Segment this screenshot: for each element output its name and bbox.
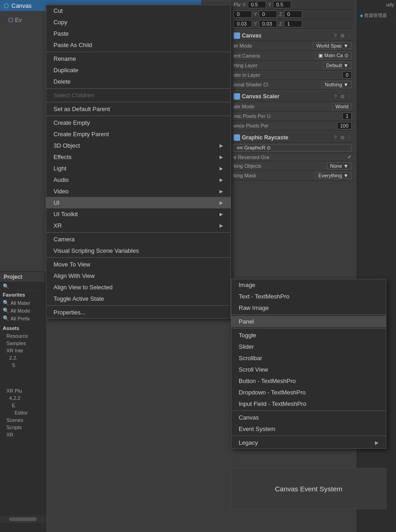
resources-item[interactable]: Resource <box>0 332 45 340</box>
canvas-scaler-help-icon[interactable]: ? <box>334 94 337 99</box>
menu-item-create-empty-parent[interactable]: Create Empty Parent <box>46 128 230 140</box>
sorting-layer-dropdown[interactable]: Default ▼ <box>323 62 352 69</box>
ref-pixels-value[interactable]: 100 <box>337 122 352 129</box>
canvas-help-icon[interactable]: ? <box>334 33 337 38</box>
samples-item[interactable]: Samples <box>0 340 45 347</box>
menu-item-effects[interactable]: Effects ▶ <box>46 151 230 163</box>
blocking-mask-label: king Mask <box>234 173 315 178</box>
editor-item[interactable]: Editor <box>0 409 45 416</box>
menu-item-move-to-view[interactable]: Move To View <box>46 259 230 270</box>
menu-item-align-with-view[interactable]: Align With View <box>46 270 230 282</box>
event-camera-value[interactable]: ▣ Main Ca ⊙ <box>315 52 352 59</box>
separator-7 <box>46 305 230 306</box>
menu-item-duplicate[interactable]: Duplicate <box>46 64 230 76</box>
pos-z-value[interactable]: 0 <box>284 11 302 18</box>
separator-3 <box>46 102 230 102</box>
piv-x-value[interactable]: 0.5 <box>248 1 266 8</box>
menu-item-ui[interactable]: UI ▶ <box>46 197 230 208</box>
menu-item-copy[interactable]: Copy <box>46 16 230 28</box>
menu-item-camera[interactable]: Camera <box>46 234 230 245</box>
pixels-per-unit-value[interactable]: 1 <box>342 112 352 120</box>
scrollbar-thumb[interactable] <box>9 517 37 521</box>
submenu-item-toggle[interactable]: Toggle <box>231 330 386 341</box>
submenu-item-raw-image[interactable]: Raw Image <box>231 302 386 314</box>
z-label-1: Z <box>279 11 282 17</box>
submenu-item-dropdown-textmeshpro[interactable]: Dropdown - TextMeshPro <box>231 387 386 398</box>
menu-item-visual-scripting[interactable]: Visual Scripting Scene Variables <box>46 245 230 256</box>
video-arrow-icon: ▶ <box>219 189 223 194</box>
canvas-scaler-more-icon[interactable]: ⋮ <box>347 94 352 100</box>
scripts-item[interactable]: Scripts <box>0 424 45 431</box>
search-small-icon: 🔍 <box>3 300 9 306</box>
all-models-item[interactable]: 🔍 All Mode <box>0 307 45 314</box>
shader-dropdown[interactable]: Nothing ▼ <box>321 81 352 88</box>
submenu-item-panel[interactable]: Panel <box>231 316 386 327</box>
menu-item-video[interactable]: Video ▶ <box>46 186 230 197</box>
blocking-objects-dropdown[interactable]: None ▼ <box>327 162 352 170</box>
raycaster-help-icon[interactable]: ? <box>334 135 337 140</box>
v422-item[interactable]: 4.2.2 <box>0 394 45 402</box>
menu-item-set-default-parent[interactable]: Set as Default Parent <box>46 103 230 115</box>
render-mode-dropdown[interactable]: World Spac ▼ <box>313 42 352 49</box>
submenu-item-event-system[interactable]: Event System <box>231 423 386 435</box>
submenu-separator-2 <box>231 328 386 329</box>
menu-item-delete[interactable]: Delete <box>46 76 230 87</box>
raycaster-more-icon[interactable]: ⋮ <box>347 135 352 141</box>
horizontal-scrollbar[interactable] <box>0 516 45 523</box>
pos-y-value[interactable]: 0 <box>259 11 277 18</box>
event-camera-label: ent Camera <box>234 53 315 59</box>
sorting-layer-label: rting Layer <box>234 63 323 68</box>
submenu-item-button-textmeshpro[interactable]: Button - TextMeshPro <box>231 375 386 387</box>
menu-item-paste-as-child[interactable]: Paste As Child <box>46 39 230 51</box>
all-prefabs-item[interactable]: 🔍 All Prefa <box>0 314 45 322</box>
menu-item-properties[interactable]: Properties... <box>46 307 230 318</box>
submenu-item-canvas[interactable]: Canvas <box>231 412 386 423</box>
menu-item-cut[interactable]: Cut <box>46 5 230 16</box>
scale-y-value[interactable]: 0.03 <box>259 20 277 27</box>
menu-item-align-view-to-selected[interactable]: Align View to Selected <box>46 282 230 293</box>
reversed-checkbox[interactable]: ✓ <box>348 154 352 160</box>
menu-item-paste[interactable]: Paste <box>46 28 230 39</box>
menu-item-toggle-active-state[interactable]: Toggle Active State <box>46 293 230 304</box>
right-sidebar-item-manager[interactable]: ◆ 资源管理器 <box>357 11 396 21</box>
canvas-scaler-settings-icon[interactable]: ⚙ <box>340 94 345 100</box>
menu-item-xr[interactable]: XR ▶ <box>46 220 230 231</box>
submenu-item-scroll-view[interactable]: Scroll View <box>231 364 386 375</box>
menu-item-audio[interactable]: Audio ▶ <box>46 174 230 186</box>
menu-item-rename[interactable]: Rename <box>46 53 230 64</box>
all-materials-item[interactable]: 🔍 All Mater <box>0 299 45 307</box>
submenu-item-image[interactable]: Image <box>231 279 386 291</box>
xr-item[interactable]: XR <box>0 431 45 438</box>
scale-z-value[interactable]: 1 <box>284 20 302 27</box>
s-item[interactable]: S <box>0 362 45 369</box>
project-panel-header: Project <box>0 272 45 282</box>
xr-plus-item[interactable]: XR Plu <box>0 387 45 394</box>
graphic-rf-value[interactable]: ≡≡ GraphicR ⊙ <box>234 144 352 152</box>
xr-int-item[interactable]: XR Inte <box>0 347 45 354</box>
order-in-layer-value[interactable]: 0 <box>342 71 352 79</box>
raycaster-settings-icon[interactable]: ⚙ <box>340 135 345 141</box>
y-label-1: Y <box>254 11 257 17</box>
menu-item-light[interactable]: Light ▶ <box>46 163 230 174</box>
scale-x-value[interactable]: 0.03 <box>234 20 252 27</box>
menu-item-3d-object[interactable]: 3D Object ▶ <box>46 140 230 151</box>
v222-item[interactable]: 2.2. <box>0 354 45 362</box>
submenu-item-text-mesh-pro[interactable]: Text - TextMeshPro <box>231 291 386 302</box>
piv-y-value[interactable]: 0.5 <box>273 1 291 8</box>
e-item[interactable]: E <box>0 402 45 409</box>
submenu-item-legacy[interactable]: Legacy ▶ <box>231 437 386 448</box>
submenu-separator-1 <box>231 314 386 315</box>
search-small-icon-3: 🔍 <box>3 315 9 321</box>
submenu-item-input-field-textmeshpro[interactable]: Input Field - TextMeshPro <box>231 398 386 410</box>
search-icon: 🔍 <box>3 283 9 289</box>
scenes-item[interactable]: Scenes <box>0 416 45 424</box>
pos-x-value[interactable]: 0 <box>234 11 252 18</box>
submenu-item-scrollbar[interactable]: Scrollbar <box>231 352 386 364</box>
blocking-mask-dropdown[interactable]: Everything ▼ <box>315 172 352 179</box>
scale-mode-value[interactable]: World <box>332 103 352 110</box>
canvas-settings-icon[interactable]: ⚙ <box>340 33 345 39</box>
submenu-item-slider[interactable]: Slider <box>231 341 386 352</box>
canvas-more-icon[interactable]: ⋮ <box>347 33 352 39</box>
menu-item-ui-toolkit[interactable]: UI Toolkit ▶ <box>46 208 230 220</box>
menu-item-create-empty[interactable]: Create Empty <box>46 117 230 128</box>
